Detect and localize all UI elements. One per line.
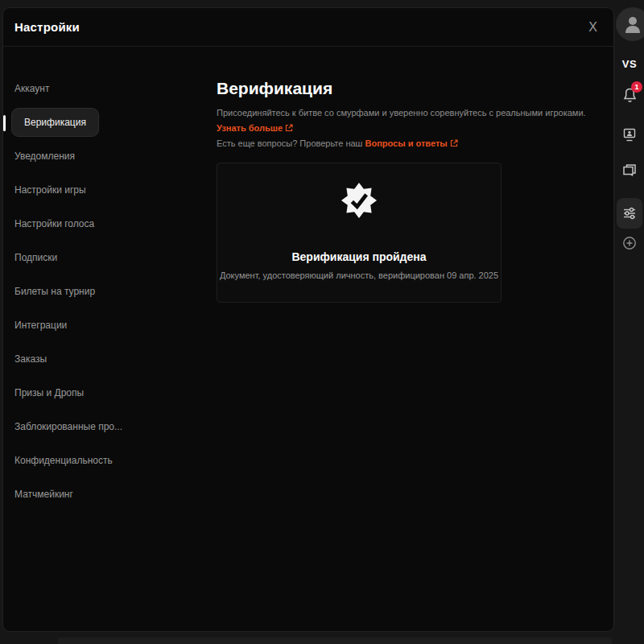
vs-label: VS — [615, 58, 644, 70]
notifications-button[interactable]: 1 — [615, 87, 644, 105]
dialog-title: Настройки — [14, 20, 80, 34]
chats-button[interactable] — [615, 163, 644, 179]
external-link-icon — [450, 137, 458, 145]
sidebar-item-notifications[interactable]: Уведомления — [3, 139, 204, 173]
verification-status-title: Верификация пройдена — [291, 250, 426, 263]
sidebar-item-voice-settings[interactable]: Настройки голоса — [3, 207, 204, 241]
sidebar-item-integrations[interactable]: Интеграции — [3, 308, 204, 342]
intro-text: Присоединяйтесь к битве со смурфами и ув… — [217, 105, 595, 151]
verification-panel: Верификация Присоединяйтесь к битве со с… — [217, 79, 595, 151]
page-title: Верификация — [217, 79, 595, 98]
external-link-icon — [285, 122, 293, 130]
sidebar-item-account[interactable]: Аккаунт — [3, 72, 204, 105]
sidebar-item-verification[interactable]: Верификация — [11, 108, 99, 137]
chat-icon — [621, 163, 638, 179]
sidebar-item-game-settings[interactable]: Настройки игры — [3, 173, 204, 207]
learn-more-link[interactable]: Узнать больше — [217, 123, 283, 133]
settings-dialog: Настройки X Аккаунт Верификация Уведомле… — [2, 7, 614, 632]
spectate-icon — [622, 127, 637, 143]
dialog-header: Настройки X — [3, 8, 613, 47]
sidebar-item-tournament-tickets[interactable]: Билеты на турнир — [3, 275, 204, 308]
settings-sliders-icon — [622, 206, 637, 221]
sidebar-item-blocked-profiles[interactable]: Заблокированные про... — [3, 410, 204, 444]
avatar-person-icon — [616, 7, 644, 41]
add-button[interactable] — [615, 235, 644, 251]
plus-circle-icon — [621, 235, 638, 251]
sidebar-item-subscriptions[interactable]: Подписки — [3, 241, 204, 275]
sidebar-item-privacy[interactable]: Конфиденциальность — [3, 444, 204, 477]
settings-nav: Аккаунт Верификация Уведомления Настройк… — [3, 54, 204, 511]
verification-status-card: Верификация пройдена Документ, удостовер… — [217, 163, 502, 303]
verified-badge-icon — [341, 182, 378, 219]
background-bottom-bar — [58, 638, 612, 644]
close-button[interactable]: X — [584, 18, 602, 37]
spectate-button[interactable] — [615, 127, 644, 143]
faq-link[interactable]: Вопросы и ответы — [365, 138, 448, 148]
sidebar-item-orders[interactable]: Заказы — [3, 342, 204, 376]
verification-status-subtitle: Документ, удостоверяющий личность, вериф… — [220, 270, 498, 280]
sidebar-item-prizes-drops[interactable]: Призы и Дропы — [3, 376, 204, 410]
notification-count-badge: 1 — [631, 81, 642, 93]
sidebar-item-matchmaking[interactable]: Матчмейкинг — [3, 477, 204, 511]
user-avatar[interactable] — [616, 7, 644, 41]
right-toolbar: VS 1 — [615, 0, 644, 644]
settings-button[interactable] — [617, 198, 642, 229]
